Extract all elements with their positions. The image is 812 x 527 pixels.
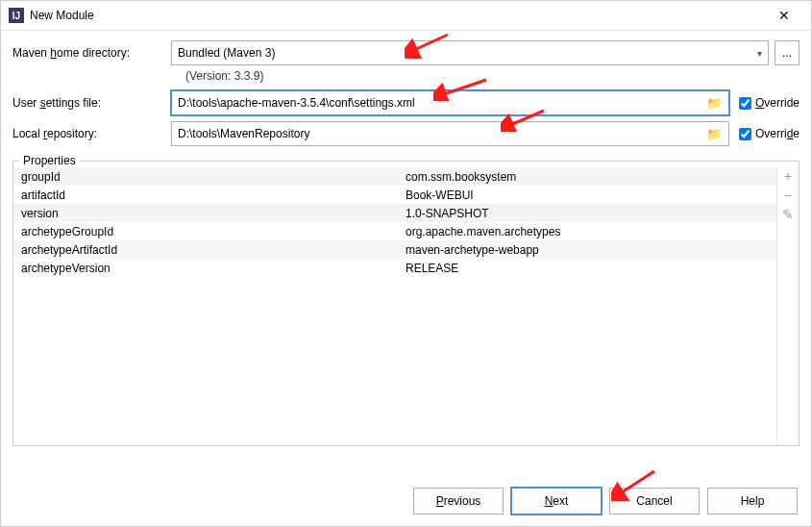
- property-key: archetypeGroupId: [13, 225, 406, 238]
- cancel-button[interactable]: Cancel: [609, 488, 700, 514]
- settings-file-row: User settings file: D:\tools\apache-mave…: [12, 90, 800, 115]
- property-row[interactable]: archetypeGroupIdorg.apache.maven.archety…: [13, 222, 776, 240]
- properties-legend: Properties: [19, 154, 80, 167]
- new-module-dialog: IJ New Module ✕ Maven home directory: Bu…: [0, 0, 812, 527]
- property-row[interactable]: version1.0-SNAPSHOT: [13, 204, 776, 222]
- property-key: artifactId: [13, 188, 406, 202]
- property-key: archetypeVersion: [13, 262, 406, 275]
- local-repo-row: Local repository: D:\tools\MavenReposito…: [12, 121, 800, 146]
- property-row[interactable]: artifactIdBook-WEBUI: [13, 186, 776, 204]
- edit-button[interactable]: ✎: [782, 208, 794, 221]
- property-row[interactable]: groupIdcom.ssm.booksystem: [13, 167, 776, 186]
- property-value: maven-archetype-webapp: [406, 243, 776, 257]
- remove-button[interactable]: −: [784, 188, 792, 202]
- settings-override-input[interactable]: [739, 97, 751, 110]
- chevron-down-icon: ▾: [757, 48, 762, 59]
- folder-icon[interactable]: 📁: [705, 127, 723, 141]
- maven-home-row: Maven home directory: Bundled (Maven 3) …: [12, 40, 800, 65]
- properties-panel: Properties groupIdcom.ssm.booksystemarti…: [12, 154, 800, 446]
- previous-button[interactable]: Previous: [413, 488, 504, 514]
- property-value: org.apache.maven.archetypes: [406, 225, 776, 238]
- repo-override-input[interactable]: [739, 128, 751, 140]
- property-value: com.ssm.booksystem: [406, 170, 776, 184]
- next-button[interactable]: Next: [511, 488, 602, 514]
- title-bar: IJ New Module ✕: [1, 1, 811, 31]
- property-row[interactable]: archetypeVersionRELEASE: [13, 259, 776, 277]
- properties-toolbar: + − ✎: [776, 167, 799, 445]
- property-value: Book-WEBUI: [406, 188, 776, 202]
- settings-file-input[interactable]: D:\tools\apache-maven-3.5.4\conf\setting…: [171, 90, 729, 115]
- property-value: 1.0-SNAPSHOT: [406, 207, 776, 220]
- local-repo-label: Local repository:: [12, 127, 171, 140]
- repo-override-checkbox[interactable]: Override: [739, 127, 800, 140]
- help-button[interactable]: Help: [707, 488, 798, 514]
- settings-file-label: User settings file:: [12, 96, 171, 110]
- property-key: groupId: [13, 170, 406, 184]
- property-key: version: [13, 207, 406, 220]
- close-button[interactable]: ✕: [765, 8, 803, 23]
- settings-file-value: D:\tools\apache-maven-3.5.4\conf\setting…: [178, 96, 705, 110]
- property-row[interactable]: archetypeArtifactIdmaven-archetype-webap…: [13, 240, 776, 259]
- maven-home-combo[interactable]: Bundled (Maven 3) ▾: [171, 40, 769, 65]
- property-value: RELEASE: [406, 262, 776, 275]
- maven-home-value: Bundled (Maven 3): [178, 46, 757, 60]
- button-bar: Previous Next Cancel Help: [413, 488, 798, 514]
- add-button[interactable]: +: [784, 169, 792, 183]
- maven-home-label: Maven home directory:: [12, 46, 171, 60]
- maven-version-text: (Version: 3.3.9): [185, 69, 800, 83]
- window-title: New Module: [30, 9, 765, 22]
- content-area: Maven home directory: Bundled (Maven 3) …: [1, 31, 811, 446]
- settings-override-checkbox[interactable]: Override: [739, 96, 800, 110]
- maven-home-browse-button[interactable]: ...: [775, 40, 800, 65]
- local-repo-input[interactable]: D:\tools\MavenRepository 📁: [171, 121, 729, 146]
- properties-table[interactable]: groupIdcom.ssm.booksystemartifactIdBook-…: [13, 167, 776, 445]
- property-key: archetypeArtifactId: [13, 243, 406, 257]
- app-icon: IJ: [9, 8, 24, 23]
- folder-icon[interactable]: 📁: [705, 96, 723, 111]
- local-repo-value: D:\tools\MavenRepository: [178, 127, 705, 140]
